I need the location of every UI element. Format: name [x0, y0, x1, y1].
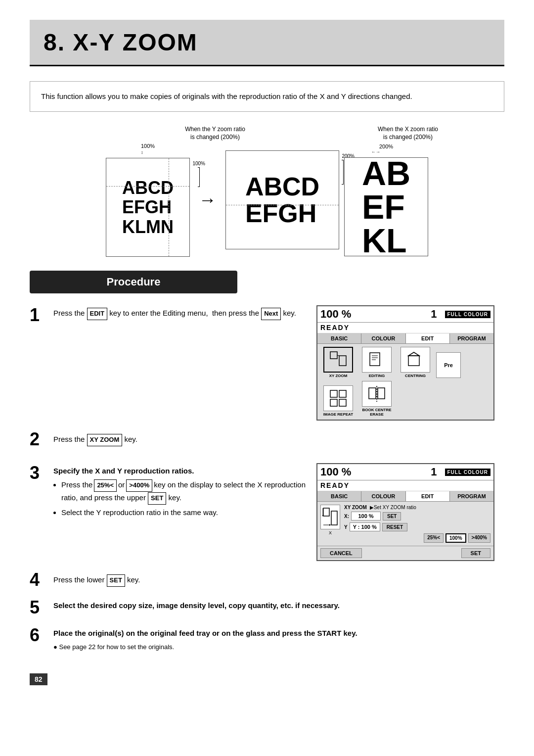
pct-less-key: 25%<	[94, 479, 117, 492]
screen2-body: X XY ZOOM ▶Set XY ZOOM ratio X:	[317, 502, 493, 546]
pct-100-btn[interactable]: 100%	[445, 533, 466, 543]
svg-marker-8	[408, 352, 419, 356]
zoom-y-doc: ABCD EFGH 200%	[225, 150, 339, 249]
x-ratio-row: X: 100 % SET	[344, 512, 490, 520]
centring-icon-box[interactable]	[400, 347, 430, 373]
screen2-content: X XY ZOOM ▶Set XY ZOOM ratio X:	[320, 505, 490, 543]
book-centre-svg	[368, 385, 386, 403]
dashed-h-line	[106, 186, 189, 187]
screen2-right: XY ZOOM ▶Set XY ZOOM ratio X: 100 % SET	[344, 505, 490, 543]
x-label: X:	[344, 514, 349, 519]
step-1-row: 1 Press the EDIT key to enter the Editin…	[30, 305, 504, 421]
screen-pct-1: 100 %	[320, 308, 351, 321]
y-ratio-row: Y Y : 100 % RESET	[344, 522, 490, 531]
pct-400-btn[interactable]: >400%	[468, 533, 490, 543]
svg-rect-7	[408, 356, 419, 366]
zoom-y-label: When the Y zoom ratio is changed (200%)	[166, 126, 265, 141]
step-2-row: 2 Press the XY ZOOM key.	[30, 429, 504, 448]
editing-svg	[368, 351, 386, 369]
xyzoom-header-row: XY ZOOM ▶Set XY ZOOM ratio	[344, 505, 490, 510]
tab-edit-1[interactable]: EDIT	[406, 333, 450, 343]
centring-icon-item: CENTRING	[398, 347, 433, 378]
screen-num-2: 1	[431, 466, 437, 478]
svg-marker-19	[329, 524, 331, 526]
procedure-section: Procedure 1 Press the EDIT key to enter …	[30, 271, 504, 685]
screen-tabs-1: BASIC COLOUR EDIT PROGRAM	[317, 333, 493, 344]
svg-rect-1	[339, 356, 346, 366]
screen-ready-2: READY	[317, 480, 493, 491]
svg-rect-0	[330, 352, 337, 359]
screen-colour-badge-1: FULL COLOUR	[445, 311, 490, 318]
arrow-right: →	[195, 189, 221, 210]
screen-2: 100 % 1 FULL COLOUR READY BASIC COLOUR E…	[316, 463, 504, 561]
original-doc-text: ABCD EFGH KLMN	[117, 173, 178, 242]
xy-zoom-svg	[329, 351, 347, 369]
step-3-row: 3 Specify the X and Y reproduction ratio…	[30, 463, 504, 561]
image-repeat-icon-label: IMAGE REPEAT	[323, 412, 353, 417]
step-2-number: 2	[30, 430, 47, 448]
x-value-field[interactable]: 100 %	[351, 512, 381, 520]
pct-100-side: 100%	[192, 161, 205, 187]
tab-edit-2[interactable]: EDIT	[406, 491, 450, 501]
screen-icons-row-2: IMAGE REPEAT	[320, 381, 490, 417]
reset-btn[interactable]: RESET	[382, 523, 407, 531]
zoom-x-doc-text: AB EF KL	[357, 153, 415, 260]
pct-25-btn[interactable]: 25%<	[424, 533, 444, 543]
screen-body-1: XY ZOOM	[317, 344, 493, 420]
set-btn-x[interactable]: SET	[383, 512, 401, 520]
tab-basic-2[interactable]: BASIC	[317, 491, 361, 501]
bottom-set-btn[interactable]: SET	[461, 548, 490, 558]
y-value-field[interactable]: Y : 100 %	[350, 522, 380, 531]
pct-100-label: 100%	[141, 143, 155, 149]
screen-pct-2: 100 %	[320, 466, 351, 478]
screen-mock-2: 100 % 1 FULL COLOUR READY BASIC COLOUR E…	[316, 463, 494, 561]
cancel-btn[interactable]: CANCEL	[320, 548, 362, 558]
page-number-section: 82	[30, 673, 504, 685]
editing-icon-label: EDITING	[369, 374, 385, 378]
screen-mock-1: 100 % 1 FULL COLOUR READY BASIC COLOUR E…	[316, 305, 494, 421]
step-5-content: Select the desired copy size, image dens…	[53, 598, 504, 614]
diagrams-wrapper: 100% ↕ ABCD EFGH KLMN 100	[30, 143, 504, 257]
pre-box[interactable]: Pre	[436, 352, 461, 378]
editing-icon-item: EDITING	[359, 347, 395, 378]
xyzoom-title-label: XY ZOOM	[344, 505, 367, 510]
dashed-v-line	[169, 158, 169, 256]
step-5-row: 5 Select the desired copy size, image de…	[30, 598, 504, 616]
image-repeat-icon-box[interactable]	[323, 385, 353, 411]
book-centre-icon-box[interactable]	[362, 381, 392, 407]
step-1-number: 1	[30, 306, 47, 324]
diagram-above-labels: When the Y zoom ratio is changed (200%) …	[30, 126, 504, 141]
centring-icon-label: CENTRING	[405, 374, 426, 378]
step-4-content: Press the lower SET key.	[53, 570, 504, 589]
xy-zoom-icon-box[interactable]	[323, 347, 353, 373]
pre-label: Pre	[444, 362, 453, 368]
xyzoom-icon-box	[320, 505, 340, 529]
next-key: Next	[261, 308, 281, 320]
screen-top-bar-2: 100 % 1 FULL COLOUR	[317, 464, 493, 480]
steps-section: 1 Press the EDIT key to enter the Editin…	[30, 305, 504, 663]
xyzoom-set-ratio-label: ▶Set XY ZOOM ratio	[370, 505, 416, 510]
step-3-content: Specify the X and Y reproduction ratios.…	[53, 463, 307, 520]
image-repeat-icon-item: IMAGE REPEAT	[320, 385, 356, 417]
tab-colour-2[interactable]: COLOUR	[361, 491, 405, 501]
tab-basic-1[interactable]: BASIC	[317, 333, 361, 343]
tab-colour-1[interactable]: COLOUR	[361, 333, 405, 343]
pct-buttons-row: 25%< 100% >400%	[344, 533, 490, 543]
editing-icon-box[interactable]	[362, 347, 392, 373]
svg-rect-14	[378, 388, 385, 399]
page-number-badge: 82	[30, 673, 47, 685]
screen-top-bar-1: 100 % 1 FULL COLOUR	[317, 306, 493, 323]
step-1-content: Press the EDIT key to enter the Editing …	[53, 305, 307, 322]
xy-icon-label-x: X	[329, 530, 332, 535]
pct-200-top-label: 200% ←→	[371, 143, 401, 154]
zoom-x-label: When the X zoom ratio is changed (200%)	[358, 126, 457, 141]
screen-tabs-2: BASIC COLOUR EDIT PROGRAM	[317, 491, 493, 502]
image-repeat-svg	[329, 389, 347, 407]
screen-1: 100 % 1 FULL COLOUR READY BASIC COLOUR E…	[316, 305, 504, 421]
svg-rect-12	[339, 399, 346, 406]
tab-program-1[interactable]: PROGRAM	[450, 333, 493, 343]
tab-program-2[interactable]: PROGRAM	[450, 491, 493, 501]
diagram-container: When the Y zoom ratio is changed (200%) …	[30, 126, 504, 257]
title-section: 8. X-Y ZOOM	[30, 20, 504, 66]
step-6-number: 6	[30, 626, 47, 644]
